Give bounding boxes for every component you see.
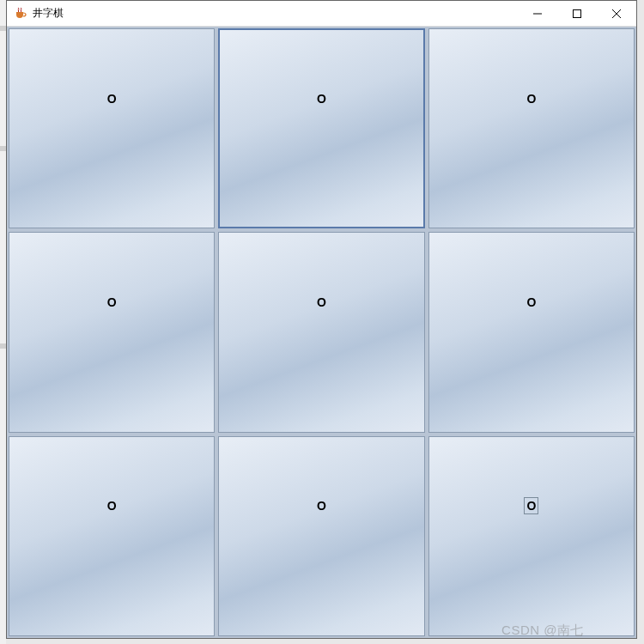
window-title: 井字棋 [33,6,518,21]
minimize-button[interactable] [518,1,557,26]
cell-mark: O [107,295,117,309]
cell-mark: O [317,499,326,513]
cell-mark: O [526,295,536,309]
cell-mark: O [526,92,536,106]
board-cell-2-0[interactable]: O [9,436,215,636]
close-button[interactable] [597,1,636,26]
cell-mark: O [107,499,117,513]
minimize-icon [533,9,542,18]
maximize-button[interactable] [557,1,597,26]
board-cell-1-1[interactable]: O [218,232,424,432]
cell-mark: O [107,92,117,106]
board-cell-2-2[interactable]: O [428,436,635,636]
window-controls [518,1,636,26]
cell-mark: O [317,295,326,309]
board-cell-0-0[interactable]: O [9,28,215,228]
svg-rect-1 [574,9,581,17]
board-cell-0-2[interactable]: O [428,28,635,228]
board-cell-1-0[interactable]: O [9,232,215,432]
cell-mark: O [317,92,326,106]
cell-mark: O [524,497,538,514]
titlebar[interactable]: 井字棋 [7,1,636,27]
java-cup-icon [14,7,27,21]
app-window: 井字棋 O O O O O O [6,0,637,639]
close-icon [612,9,621,18]
board-cell-0-1[interactable]: O [218,28,424,228]
background-sliver [0,0,6,644]
board-cell-2-1[interactable]: O [218,436,424,636]
maximize-icon [573,9,581,18]
tic-tac-toe-board: O O O O O O O O O [7,27,636,638]
board-cell-1-2[interactable]: O [428,232,635,432]
